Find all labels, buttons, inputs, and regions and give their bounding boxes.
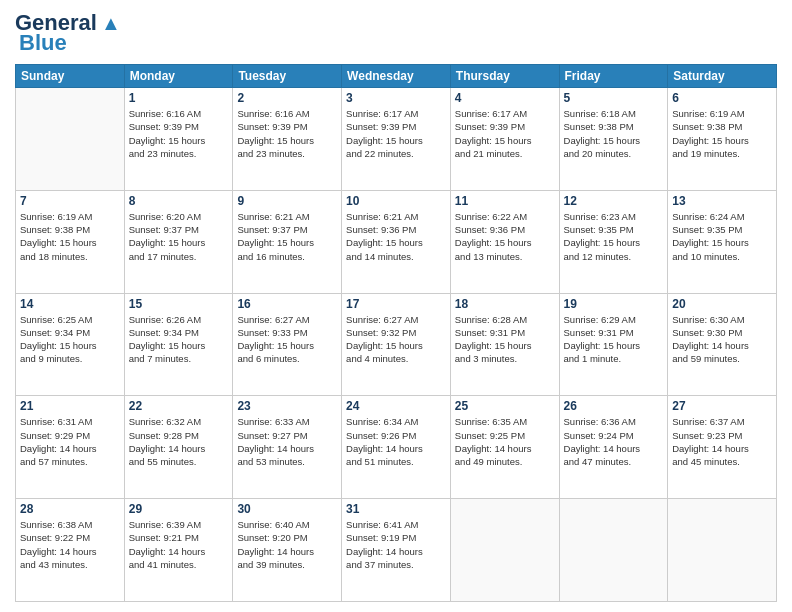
calendar-cell: 26Sunrise: 6:36 AM Sunset: 9:24 PM Dayli… — [559, 396, 668, 499]
calendar-cell: 8Sunrise: 6:20 AM Sunset: 9:37 PM Daylig… — [124, 190, 233, 293]
day-info: Sunrise: 6:29 AM Sunset: 9:31 PM Dayligh… — [564, 313, 664, 366]
calendar-week-row: 14Sunrise: 6:25 AM Sunset: 9:34 PM Dayli… — [16, 293, 777, 396]
calendar-cell: 13Sunrise: 6:24 AM Sunset: 9:35 PM Dayli… — [668, 190, 777, 293]
calendar-week-row: 1Sunrise: 6:16 AM Sunset: 9:39 PM Daylig… — [16, 88, 777, 191]
calendar-day-header: Wednesday — [342, 65, 451, 88]
day-number: 4 — [455, 91, 555, 105]
day-info: Sunrise: 6:32 AM Sunset: 9:28 PM Dayligh… — [129, 415, 229, 468]
day-info: Sunrise: 6:31 AM Sunset: 9:29 PM Dayligh… — [20, 415, 120, 468]
day-info: Sunrise: 6:21 AM Sunset: 9:36 PM Dayligh… — [346, 210, 446, 263]
day-info: Sunrise: 6:19 AM Sunset: 9:38 PM Dayligh… — [672, 107, 772, 160]
day-info: Sunrise: 6:16 AM Sunset: 9:39 PM Dayligh… — [129, 107, 229, 160]
calendar-day-header: Tuesday — [233, 65, 342, 88]
day-number: 12 — [564, 194, 664, 208]
day-info: Sunrise: 6:23 AM Sunset: 9:35 PM Dayligh… — [564, 210, 664, 263]
day-number: 21 — [20, 399, 120, 413]
calendar-cell: 9Sunrise: 6:21 AM Sunset: 9:37 PM Daylig… — [233, 190, 342, 293]
day-info: Sunrise: 6:17 AM Sunset: 9:39 PM Dayligh… — [455, 107, 555, 160]
calendar-week-row: 7Sunrise: 6:19 AM Sunset: 9:38 PM Daylig… — [16, 190, 777, 293]
header: General ▲ Blue — [15, 10, 777, 56]
day-info: Sunrise: 6:16 AM Sunset: 9:39 PM Dayligh… — [237, 107, 337, 160]
logo-bird-icon: ▲ — [101, 12, 121, 35]
day-info: Sunrise: 6:37 AM Sunset: 9:23 PM Dayligh… — [672, 415, 772, 468]
calendar-cell: 22Sunrise: 6:32 AM Sunset: 9:28 PM Dayli… — [124, 396, 233, 499]
day-number: 5 — [564, 91, 664, 105]
calendar-cell: 5Sunrise: 6:18 AM Sunset: 9:38 PM Daylig… — [559, 88, 668, 191]
day-number: 19 — [564, 297, 664, 311]
calendar-cell: 16Sunrise: 6:27 AM Sunset: 9:33 PM Dayli… — [233, 293, 342, 396]
calendar-cell — [450, 499, 559, 602]
day-info: Sunrise: 6:26 AM Sunset: 9:34 PM Dayligh… — [129, 313, 229, 366]
calendar-cell: 25Sunrise: 6:35 AM Sunset: 9:25 PM Dayli… — [450, 396, 559, 499]
calendar-cell — [16, 88, 125, 191]
day-info: Sunrise: 6:35 AM Sunset: 9:25 PM Dayligh… — [455, 415, 555, 468]
calendar-cell: 7Sunrise: 6:19 AM Sunset: 9:38 PM Daylig… — [16, 190, 125, 293]
day-number: 16 — [237, 297, 337, 311]
day-info: Sunrise: 6:27 AM Sunset: 9:32 PM Dayligh… — [346, 313, 446, 366]
calendar-cell: 15Sunrise: 6:26 AM Sunset: 9:34 PM Dayli… — [124, 293, 233, 396]
day-number: 18 — [455, 297, 555, 311]
day-number: 28 — [20, 502, 120, 516]
calendar-header-row: SundayMondayTuesdayWednesdayThursdayFrid… — [16, 65, 777, 88]
calendar-day-header: Saturday — [668, 65, 777, 88]
calendar-cell: 1Sunrise: 6:16 AM Sunset: 9:39 PM Daylig… — [124, 88, 233, 191]
day-info: Sunrise: 6:21 AM Sunset: 9:37 PM Dayligh… — [237, 210, 337, 263]
day-number: 9 — [237, 194, 337, 208]
calendar-cell — [559, 499, 668, 602]
day-number: 23 — [237, 399, 337, 413]
day-number: 2 — [237, 91, 337, 105]
day-number: 25 — [455, 399, 555, 413]
day-number: 1 — [129, 91, 229, 105]
calendar-cell: 29Sunrise: 6:39 AM Sunset: 9:21 PM Dayli… — [124, 499, 233, 602]
calendar-day-header: Friday — [559, 65, 668, 88]
calendar-cell: 11Sunrise: 6:22 AM Sunset: 9:36 PM Dayli… — [450, 190, 559, 293]
day-info: Sunrise: 6:24 AM Sunset: 9:35 PM Dayligh… — [672, 210, 772, 263]
day-number: 27 — [672, 399, 772, 413]
day-number: 29 — [129, 502, 229, 516]
day-info: Sunrise: 6:33 AM Sunset: 9:27 PM Dayligh… — [237, 415, 337, 468]
calendar-cell — [668, 499, 777, 602]
day-info: Sunrise: 6:18 AM Sunset: 9:38 PM Dayligh… — [564, 107, 664, 160]
day-number: 31 — [346, 502, 446, 516]
day-number: 6 — [672, 91, 772, 105]
day-info: Sunrise: 6:22 AM Sunset: 9:36 PM Dayligh… — [455, 210, 555, 263]
calendar-cell: 19Sunrise: 6:29 AM Sunset: 9:31 PM Dayli… — [559, 293, 668, 396]
calendar-day-header: Sunday — [16, 65, 125, 88]
day-number: 17 — [346, 297, 446, 311]
day-number: 3 — [346, 91, 446, 105]
day-info: Sunrise: 6:36 AM Sunset: 9:24 PM Dayligh… — [564, 415, 664, 468]
day-info: Sunrise: 6:27 AM Sunset: 9:33 PM Dayligh… — [237, 313, 337, 366]
day-info: Sunrise: 6:28 AM Sunset: 9:31 PM Dayligh… — [455, 313, 555, 366]
day-info: Sunrise: 6:20 AM Sunset: 9:37 PM Dayligh… — [129, 210, 229, 263]
day-number: 20 — [672, 297, 772, 311]
day-number: 13 — [672, 194, 772, 208]
day-info: Sunrise: 6:38 AM Sunset: 9:22 PM Dayligh… — [20, 518, 120, 571]
logo: General ▲ Blue — [15, 10, 121, 56]
calendar-cell: 24Sunrise: 6:34 AM Sunset: 9:26 PM Dayli… — [342, 396, 451, 499]
calendar-table: SundayMondayTuesdayWednesdayThursdayFrid… — [15, 64, 777, 602]
day-number: 22 — [129, 399, 229, 413]
day-info: Sunrise: 6:40 AM Sunset: 9:20 PM Dayligh… — [237, 518, 337, 571]
calendar-cell: 31Sunrise: 6:41 AM Sunset: 9:19 PM Dayli… — [342, 499, 451, 602]
day-number: 26 — [564, 399, 664, 413]
calendar-cell: 21Sunrise: 6:31 AM Sunset: 9:29 PM Dayli… — [16, 396, 125, 499]
day-info: Sunrise: 6:34 AM Sunset: 9:26 PM Dayligh… — [346, 415, 446, 468]
calendar-week-row: 28Sunrise: 6:38 AM Sunset: 9:22 PM Dayli… — [16, 499, 777, 602]
calendar-day-header: Thursday — [450, 65, 559, 88]
day-number: 30 — [237, 502, 337, 516]
page: General ▲ Blue SundayMondayTuesdayWednes… — [0, 0, 792, 612]
day-info: Sunrise: 6:19 AM Sunset: 9:38 PM Dayligh… — [20, 210, 120, 263]
calendar-week-row: 21Sunrise: 6:31 AM Sunset: 9:29 PM Dayli… — [16, 396, 777, 499]
calendar-cell: 10Sunrise: 6:21 AM Sunset: 9:36 PM Dayli… — [342, 190, 451, 293]
calendar-cell: 4Sunrise: 6:17 AM Sunset: 9:39 PM Daylig… — [450, 88, 559, 191]
logo-text-blue: Blue — [19, 30, 67, 56]
calendar-cell: 2Sunrise: 6:16 AM Sunset: 9:39 PM Daylig… — [233, 88, 342, 191]
calendar-day-header: Monday — [124, 65, 233, 88]
calendar-cell: 6Sunrise: 6:19 AM Sunset: 9:38 PM Daylig… — [668, 88, 777, 191]
day-number: 15 — [129, 297, 229, 311]
day-info: Sunrise: 6:25 AM Sunset: 9:34 PM Dayligh… — [20, 313, 120, 366]
day-number: 7 — [20, 194, 120, 208]
day-info: Sunrise: 6:17 AM Sunset: 9:39 PM Dayligh… — [346, 107, 446, 160]
day-number: 14 — [20, 297, 120, 311]
calendar-cell: 30Sunrise: 6:40 AM Sunset: 9:20 PM Dayli… — [233, 499, 342, 602]
